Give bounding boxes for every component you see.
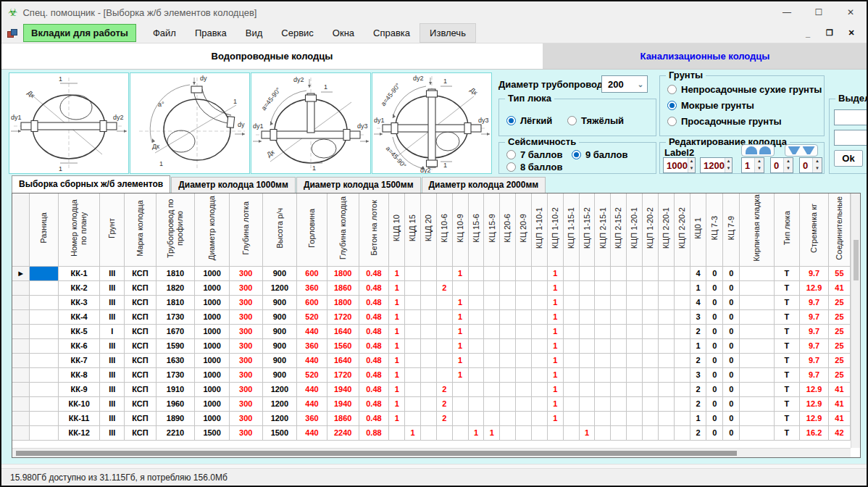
table-cell[interactable] <box>740 338 774 353</box>
table-cell[interactable]: 0 <box>706 396 723 411</box>
table-cell[interactable] <box>579 266 595 280</box>
table-cell[interactable]: 1 <box>452 353 468 367</box>
table-cell[interactable]: 0.48 <box>359 309 389 324</box>
table-cell[interactable] <box>674 382 690 396</box>
table-cell[interactable]: КСП <box>125 367 157 382</box>
table-cell[interactable] <box>595 367 611 382</box>
vertical-scrollbar[interactable] <box>851 193 860 448</box>
table-cell[interactable]: 300 <box>229 396 262 411</box>
table-cell[interactable]: 0 <box>706 382 723 396</box>
table-cell[interactable]: 41 <box>828 411 850 425</box>
table-cell[interactable] <box>436 309 452 324</box>
table-cell[interactable] <box>611 338 627 353</box>
table-cell[interactable] <box>643 411 659 425</box>
table-cell[interactable]: КК-4 <box>58 309 100 324</box>
tab-diameter-2000[interactable]: Диаметр колодца 2000мм <box>422 177 546 193</box>
table-cell[interactable]: КСП <box>125 425 157 440</box>
table-cell[interactable]: 1000 <box>195 295 230 309</box>
column-header[interactable]: КЦП 2-20-1 <box>658 193 674 266</box>
table-cell[interactable] <box>532 309 548 324</box>
table-cell[interactable] <box>484 324 500 338</box>
table-cell[interactable]: 0 <box>723 353 740 367</box>
table-cell[interactable]: III <box>100 425 125 440</box>
spinner-count-3[interactable]: 0 ▲▼ <box>799 157 822 173</box>
table-cell[interactable]: 1 <box>547 280 563 295</box>
table-cell[interactable] <box>436 353 452 367</box>
table-cell[interactable]: 2 <box>436 382 452 396</box>
table-cell[interactable] <box>484 266 500 280</box>
table-cell[interactable]: 900 <box>262 295 297 309</box>
table-cell[interactable] <box>611 411 627 425</box>
table-cell[interactable]: 25 <box>828 353 850 367</box>
table-cell[interactable] <box>532 295 548 309</box>
table-cell[interactable]: КСП <box>125 295 157 309</box>
table-cell[interactable]: Т <box>774 425 800 440</box>
table-cell[interactable]: 0 <box>723 338 740 353</box>
table-cell[interactable] <box>452 411 468 425</box>
table-cell[interactable] <box>452 382 468 396</box>
table-cell[interactable] <box>468 353 484 367</box>
table-cell[interactable]: 9.7 <box>800 266 829 280</box>
table-cell[interactable]: 0.48 <box>359 280 389 295</box>
table-cell[interactable] <box>658 309 674 324</box>
table-cell[interactable]: КСП <box>125 411 157 425</box>
table-cell[interactable] <box>421 280 437 295</box>
table-cell[interactable] <box>516 425 532 440</box>
table-cell[interactable]: 0 <box>723 309 740 324</box>
table-cell[interactable] <box>436 266 452 280</box>
menu-edit[interactable]: Правка <box>185 24 236 42</box>
table-cell[interactable]: 1 <box>690 280 706 295</box>
row-selector[interactable] <box>12 338 30 353</box>
table-cell[interactable] <box>516 411 532 425</box>
table-cell[interactable]: 4 <box>690 295 706 309</box>
table-cell[interactable] <box>405 353 421 367</box>
table-cell[interactable]: 1 <box>389 382 405 396</box>
table-cell[interactable] <box>468 295 484 309</box>
table-cell[interactable] <box>405 324 421 338</box>
radio-seismic-7[interactable]: 7 баллов <box>506 149 562 160</box>
table-cell[interactable]: 1000 <box>195 382 230 396</box>
table-cell[interactable]: 55 <box>828 266 850 280</box>
table-cell[interactable] <box>740 295 774 309</box>
table-cell[interactable] <box>643 338 659 353</box>
spinner-arrows[interactable]: ▲▼ <box>783 158 793 172</box>
table-cell[interactable] <box>563 353 579 367</box>
table-cell[interactable] <box>611 353 627 367</box>
table-cell[interactable]: 1000 <box>195 353 230 367</box>
table-cell[interactable]: 1630 <box>156 353 195 367</box>
table-cell[interactable] <box>468 382 484 396</box>
column-header[interactable]: КЦП 1-20-1 <box>627 193 643 266</box>
table-cell[interactable] <box>740 324 774 338</box>
table-cell[interactable]: 440 <box>297 382 327 396</box>
table-cell[interactable]: 1 <box>452 295 468 309</box>
table-cell[interactable]: КК-1 <box>58 266 100 280</box>
table-cell[interactable] <box>516 353 532 367</box>
table-cell[interactable] <box>740 396 774 411</box>
table-cell[interactable] <box>421 266 437 280</box>
table-cell[interactable]: 1 <box>547 411 563 425</box>
column-header[interactable]: КЦП 1-10-2 <box>547 193 563 266</box>
mdi-minimize-button[interactable]: _ <box>798 29 817 38</box>
table-cell[interactable]: 1590 <box>156 338 195 353</box>
table-cell[interactable]: 300 <box>229 411 262 425</box>
table-cell[interactable]: 0 <box>706 353 723 367</box>
table-cell[interactable]: 1000 <box>195 324 230 338</box>
table-cell[interactable]: 0 <box>723 382 740 396</box>
table-cell[interactable]: 0 <box>706 425 723 440</box>
table-cell[interactable]: 520 <box>297 367 327 382</box>
column-header[interactable]: КЦ 20-9 <box>516 193 532 266</box>
column-header[interactable]: Номер колодца по плану <box>58 193 100 266</box>
table-cell[interactable]: 0.48 <box>359 382 389 396</box>
table-cell[interactable] <box>468 324 484 338</box>
table-cell[interactable] <box>563 367 579 382</box>
table-cell[interactable]: 0 <box>706 367 723 382</box>
table-cell[interactable] <box>740 425 774 440</box>
table-cell[interactable]: 2 <box>690 353 706 367</box>
table-cell[interactable]: 1 <box>389 266 405 280</box>
table-cell[interactable] <box>627 266 643 280</box>
table-cell[interactable]: 1720 <box>327 367 359 382</box>
table-cell[interactable] <box>595 338 611 353</box>
column-header[interactable]: КЦП 2-15-2 <box>611 193 627 266</box>
table-cell[interactable]: 0.48 <box>359 411 389 425</box>
column-header[interactable]: КЦД 10 <box>389 193 405 266</box>
